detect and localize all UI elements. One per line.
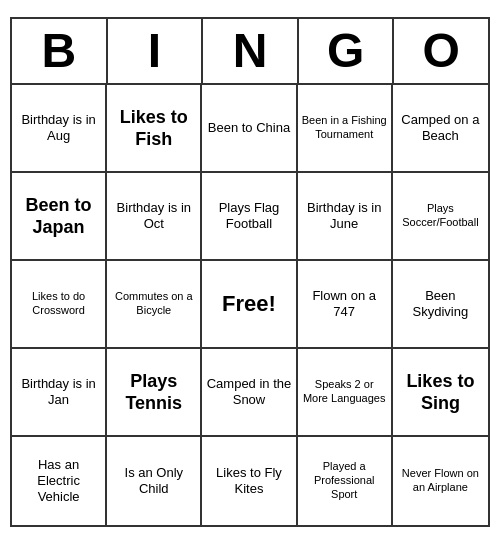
bingo-letter-i: I (108, 19, 204, 83)
bingo-cell-10[interactable]: Likes to do Crossword (12, 261, 107, 349)
bingo-cell-15[interactable]: Birthday is in Jan (12, 349, 107, 437)
bingo-cell-8[interactable]: Birthday is in June (298, 173, 393, 261)
bingo-card: BINGO Birthday is in AugLikes to FishBee… (10, 17, 490, 527)
bingo-cell-11[interactable]: Commutes on a Bicycle (107, 261, 202, 349)
bingo-cell-20[interactable]: Has an Electric Vehicle (12, 437, 107, 525)
bingo-cell-6[interactable]: Birthday is in Oct (107, 173, 202, 261)
bingo-cell-4[interactable]: Camped on a Beach (393, 85, 488, 173)
bingo-cell-19[interactable]: Likes to Sing (393, 349, 488, 437)
bingo-cell-9[interactable]: Plays Soccer/Football (393, 173, 488, 261)
bingo-grid: Birthday is in AugLikes to FishBeen to C… (12, 85, 488, 525)
bingo-cell-16[interactable]: Plays Tennis (107, 349, 202, 437)
bingo-cell-5[interactable]: Been to Japan (12, 173, 107, 261)
bingo-cell-2[interactable]: Been to China (202, 85, 297, 173)
bingo-cell-22[interactable]: Likes to Fly Kites (202, 437, 297, 525)
bingo-cell-13[interactable]: Flown on a 747 (298, 261, 393, 349)
bingo-cell-3[interactable]: Been in a Fishing Tournament (298, 85, 393, 173)
bingo-header: BINGO (12, 19, 488, 85)
bingo-cell-12[interactable]: Free! (202, 261, 297, 349)
bingo-cell-7[interactable]: Plays Flag Football (202, 173, 297, 261)
bingo-cell-23[interactable]: Played a Professional Sport (298, 437, 393, 525)
bingo-cell-24[interactable]: Never Flown on an Airplane (393, 437, 488, 525)
bingo-cell-0[interactable]: Birthday is in Aug (12, 85, 107, 173)
bingo-cell-17[interactable]: Camped in the Snow (202, 349, 297, 437)
bingo-cell-18[interactable]: Speaks 2 or More Languages (298, 349, 393, 437)
bingo-letter-n: N (203, 19, 299, 83)
bingo-cell-14[interactable]: Been Skydiving (393, 261, 488, 349)
bingo-cell-21[interactable]: Is an Only Child (107, 437, 202, 525)
bingo-letter-o: O (394, 19, 488, 83)
bingo-cell-1[interactable]: Likes to Fish (107, 85, 202, 173)
bingo-letter-g: G (299, 19, 395, 83)
bingo-letter-b: B (12, 19, 108, 83)
